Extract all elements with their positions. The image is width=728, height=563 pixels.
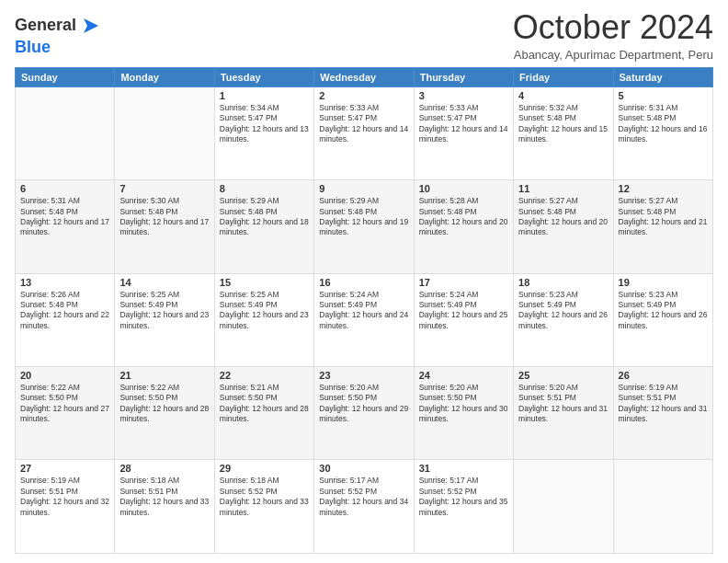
table-row: 19Sunrise: 5:23 AM Sunset: 5:49 PM Dayli… [613, 273, 712, 366]
day-info: Sunrise: 5:21 AM Sunset: 5:50 PM Dayligh… [220, 383, 309, 425]
day-number: 25 [518, 370, 608, 381]
table-row: 16Sunrise: 5:24 AM Sunset: 5:49 PM Dayli… [314, 273, 414, 366]
day-info: Sunrise: 5:20 AM Sunset: 5:51 PM Dayligh… [518, 383, 608, 425]
table-row [115, 86, 214, 179]
logo-blue: Blue [15, 39, 104, 57]
day-number: 21 [119, 370, 209, 381]
col-friday: Friday [514, 67, 613, 86]
day-info: Sunrise: 5:27 AM Sunset: 5:48 PM Dayligh… [518, 196, 608, 238]
day-info: Sunrise: 5:24 AM Sunset: 5:49 PM Dayligh… [419, 290, 508, 332]
day-info: Sunrise: 5:22 AM Sunset: 5:50 PM Dayligh… [119, 383, 209, 425]
table-row [514, 460, 613, 554]
calendar-table: Sunday Monday Tuesday Wednesday Thursday… [15, 67, 713, 554]
table-row: 7Sunrise: 5:30 AM Sunset: 5:48 PM Daylig… [115, 180, 214, 273]
day-info: Sunrise: 5:19 AM Sunset: 5:51 PM Dayligh… [619, 383, 708, 425]
month-title: October 2024 [513, 9, 713, 46]
day-info: Sunrise: 5:24 AM Sunset: 5:49 PM Dayligh… [319, 290, 408, 332]
day-number: 23 [319, 370, 408, 381]
table-row: 25Sunrise: 5:20 AM Sunset: 5:51 PM Dayli… [514, 367, 613, 460]
calendar-week-row: 27Sunrise: 5:19 AM Sunset: 5:51 PM Dayli… [16, 460, 713, 554]
table-row: 26Sunrise: 5:19 AM Sunset: 5:51 PM Dayli… [613, 367, 712, 460]
calendar-week-row: 13Sunrise: 5:26 AM Sunset: 5:48 PM Dayli… [16, 273, 713, 366]
day-number: 9 [319, 183, 408, 194]
day-number: 10 [419, 183, 508, 194]
col-thursday: Thursday [414, 67, 513, 86]
table-row: 14Sunrise: 5:25 AM Sunset: 5:49 PM Dayli… [115, 273, 214, 366]
table-row: 9Sunrise: 5:29 AM Sunset: 5:48 PM Daylig… [314, 180, 414, 273]
day-number: 26 [619, 370, 708, 381]
table-row: 30Sunrise: 5:17 AM Sunset: 5:52 PM Dayli… [314, 460, 414, 554]
day-info: Sunrise: 5:25 AM Sunset: 5:49 PM Dayligh… [119, 290, 209, 332]
day-number: 19 [619, 277, 708, 288]
table-row: 10Sunrise: 5:28 AM Sunset: 5:48 PM Dayli… [414, 180, 513, 273]
logo: General Blue [15, 13, 104, 57]
day-number: 16 [319, 277, 408, 288]
table-row: 21Sunrise: 5:22 AM Sunset: 5:50 PM Dayli… [115, 367, 214, 460]
header: General Blue October 2024 Abancay, Apuri… [15, 9, 713, 62]
day-number: 1 [220, 90, 309, 101]
day-number: 29 [220, 463, 309, 474]
logo-icon [78, 13, 104, 39]
day-info: Sunrise: 5:17 AM Sunset: 5:52 PM Dayligh… [319, 476, 408, 518]
day-number: 8 [220, 183, 309, 194]
day-info: Sunrise: 5:28 AM Sunset: 5:48 PM Dayligh… [419, 196, 508, 238]
day-info: Sunrise: 5:19 AM Sunset: 5:51 PM Dayligh… [20, 476, 109, 518]
location-title: Abancay, Apurimac Department, Peru [513, 48, 713, 62]
page: General Blue October 2024 Abancay, Apuri… [0, 0, 728, 563]
table-row [613, 460, 712, 554]
table-row: 22Sunrise: 5:21 AM Sunset: 5:50 PM Dayli… [214, 367, 313, 460]
day-info: Sunrise: 5:33 AM Sunset: 5:47 PM Dayligh… [419, 103, 508, 145]
col-monday: Monday [115, 67, 214, 86]
table-row: 1Sunrise: 5:34 AM Sunset: 5:47 PM Daylig… [214, 86, 313, 179]
logo-general: General [15, 17, 76, 35]
table-row: 12Sunrise: 5:27 AM Sunset: 5:48 PM Dayli… [613, 180, 712, 273]
day-number: 7 [119, 183, 209, 194]
table-row: 15Sunrise: 5:25 AM Sunset: 5:49 PM Dayli… [214, 273, 313, 366]
calendar-week-row: 6Sunrise: 5:31 AM Sunset: 5:48 PM Daylig… [16, 180, 713, 273]
day-info: Sunrise: 5:29 AM Sunset: 5:48 PM Dayligh… [319, 196, 408, 238]
day-number: 3 [419, 90, 508, 101]
table-row: 5Sunrise: 5:31 AM Sunset: 5:48 PM Daylig… [613, 86, 712, 179]
day-number: 27 [20, 463, 109, 474]
day-info: Sunrise: 5:23 AM Sunset: 5:49 PM Dayligh… [619, 290, 708, 332]
day-info: Sunrise: 5:31 AM Sunset: 5:48 PM Dayligh… [20, 196, 109, 238]
calendar-week-row: 1Sunrise: 5:34 AM Sunset: 5:47 PM Daylig… [16, 86, 713, 179]
col-saturday: Saturday [613, 67, 712, 86]
day-number: 12 [619, 183, 708, 194]
day-info: Sunrise: 5:23 AM Sunset: 5:49 PM Dayligh… [518, 290, 608, 332]
day-info: Sunrise: 5:22 AM Sunset: 5:50 PM Dayligh… [20, 383, 109, 425]
day-info: Sunrise: 5:18 AM Sunset: 5:51 PM Dayligh… [119, 476, 209, 518]
day-number: 15 [220, 277, 309, 288]
day-number: 31 [419, 463, 508, 474]
table-row [16, 86, 115, 179]
svg-marker-0 [84, 18, 98, 33]
table-row: 4Sunrise: 5:32 AM Sunset: 5:48 PM Daylig… [514, 86, 613, 179]
col-tuesday: Tuesday [214, 67, 313, 86]
day-info: Sunrise: 5:27 AM Sunset: 5:48 PM Dayligh… [619, 196, 708, 238]
title-section: October 2024 Abancay, Apurimac Departmen… [513, 9, 713, 62]
day-info: Sunrise: 5:20 AM Sunset: 5:50 PM Dayligh… [319, 383, 408, 425]
table-row: 6Sunrise: 5:31 AM Sunset: 5:48 PM Daylig… [16, 180, 115, 273]
table-row: 28Sunrise: 5:18 AM Sunset: 5:51 PM Dayli… [115, 460, 214, 554]
table-row: 24Sunrise: 5:20 AM Sunset: 5:50 PM Dayli… [414, 367, 513, 460]
day-info: Sunrise: 5:31 AM Sunset: 5:48 PM Dayligh… [619, 103, 708, 145]
day-info: Sunrise: 5:18 AM Sunset: 5:52 PM Dayligh… [220, 476, 309, 518]
day-info: Sunrise: 5:29 AM Sunset: 5:48 PM Dayligh… [220, 196, 309, 238]
table-row: 3Sunrise: 5:33 AM Sunset: 5:47 PM Daylig… [414, 86, 513, 179]
day-info: Sunrise: 5:26 AM Sunset: 5:48 PM Dayligh… [20, 290, 109, 332]
table-row: 31Sunrise: 5:17 AM Sunset: 5:52 PM Dayli… [414, 460, 513, 554]
table-row: 27Sunrise: 5:19 AM Sunset: 5:51 PM Dayli… [16, 460, 115, 554]
day-number: 24 [419, 370, 508, 381]
day-number: 14 [119, 277, 209, 288]
table-row: 18Sunrise: 5:23 AM Sunset: 5:49 PM Dayli… [514, 273, 613, 366]
day-number: 6 [20, 183, 109, 194]
day-number: 28 [119, 463, 209, 474]
table-row: 2Sunrise: 5:33 AM Sunset: 5:47 PM Daylig… [314, 86, 414, 179]
day-number: 5 [619, 90, 708, 101]
calendar-week-row: 20Sunrise: 5:22 AM Sunset: 5:50 PM Dayli… [16, 367, 713, 460]
day-info: Sunrise: 5:17 AM Sunset: 5:52 PM Dayligh… [419, 476, 508, 518]
day-number: 13 [20, 277, 109, 288]
table-row: 17Sunrise: 5:24 AM Sunset: 5:49 PM Dayli… [414, 273, 513, 366]
table-row: 11Sunrise: 5:27 AM Sunset: 5:48 PM Dayli… [514, 180, 613, 273]
day-number: 11 [518, 183, 608, 194]
